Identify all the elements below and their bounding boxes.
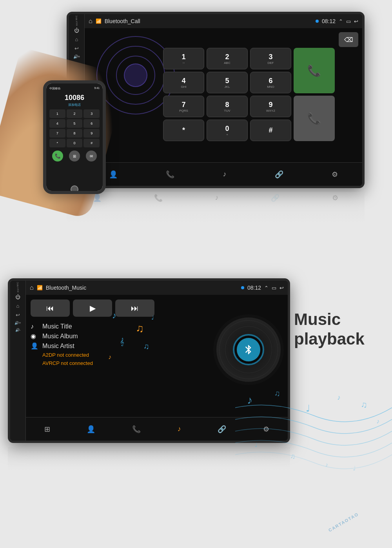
svg-text:♪: ♪ (376, 418, 379, 425)
svg-text:♪: ♪ (337, 394, 341, 401)
phone-grid-button[interactable]: ⊞ (69, 151, 80, 161)
phone-key-5[interactable]: 5 (67, 119, 83, 128)
rst-label-b: RST (17, 287, 19, 292)
grid-nav-icon[interactable]: ⊞ (44, 425, 50, 434)
phone-status-bar: 中国移动 9:41 (48, 87, 101, 91)
svg-text:♪: ♪ (325, 461, 328, 468)
numpad-0[interactable]: 0+ (207, 120, 248, 141)
phone-key-2[interactable]: 2 (67, 109, 83, 118)
power-icon-b[interactable]: ⏻ (15, 294, 20, 300)
music-playback-text: Music playback (294, 310, 365, 348)
phone-key-4[interactable]: 4 (49, 119, 65, 128)
hand-area: 中国移动 9:41 10086 添加电话 1 2 3 4 5 6 7 8 9 *… (0, 20, 125, 239)
back-nav-icon-b[interactable]: ↩ (279, 285, 284, 291)
phone-keypad: 1 2 3 4 5 6 7 8 9 * 0 # (48, 109, 101, 147)
numpad-8[interactable]: 8TUV (207, 96, 248, 117)
call-answer-button[interactable]: 📞 (294, 48, 335, 93)
status-signal-icon-b: 📶 (37, 285, 43, 290)
phone-key-6[interactable]: 6 (83, 119, 100, 128)
phone-call-button[interactable]: 📞 (52, 151, 63, 161)
vol-down-icon-b[interactable]: 🔊- (15, 328, 21, 332)
music-icon[interactable]: ♪ (223, 170, 226, 178)
window-icon[interactable]: ▭ (346, 18, 351, 24)
svg-text:♫: ♫ (274, 389, 280, 397)
phone-carrier: 中国移动 (49, 87, 60, 91)
phone-key-9[interactable]: 9 (83, 129, 100, 138)
bluetooth-dot-b (241, 286, 244, 289)
status-icons-bottom: ⌃ ▭ ↩ (264, 285, 284, 291)
delete-button[interactable]: ⌫ (339, 32, 358, 47)
svg-text:♫: ♫ (361, 400, 367, 410)
music-nav-icon[interactable]: ♪ (178, 425, 181, 433)
numpad-1[interactable]: 1◦◦ (163, 48, 204, 69)
numpad-5[interactable]: 5JKL (207, 72, 248, 93)
link-icon[interactable]: 🔗 (275, 170, 283, 179)
phone-key-8[interactable]: 8 (67, 129, 83, 138)
track-artist-label: Music Artist (42, 343, 74, 350)
status-bar-bottom: ⌂ 📶 Bluetooth_Music 08:12 ⌃ ▭ ↩ (26, 281, 288, 295)
music-note-icon: ♪ (31, 323, 38, 330)
contacts-nav-icon[interactable]: 👤 (87, 425, 95, 434)
phone-key-0[interactable]: 0 (67, 139, 83, 147)
numpad-4[interactable]: 4GHI (163, 72, 204, 93)
numpad-6[interactable]: 6MNO (250, 72, 291, 93)
phone-screen: 中国移动 9:41 10086 添加电话 1 2 3 4 5 6 7 8 9 *… (46, 83, 103, 191)
top-section: 中国移动 9:41 10086 添加电话 1 2 3 4 5 6 7 8 9 *… (0, 0, 392, 259)
prev-button[interactable]: ⏮ (31, 299, 70, 317)
reflection-settings: ⚙ (332, 194, 338, 202)
reflection-dialpad: 📞 (154, 194, 163, 202)
phone-key-hash[interactable]: # (83, 139, 100, 147)
phone-home-button[interactable] (71, 185, 78, 193)
phone-nav-icon[interactable]: 📞 (132, 425, 141, 434)
call-end-button[interactable]: 📞 (294, 96, 335, 141)
status-time-top: 08:12 (322, 18, 336, 24)
artist-icon: 👤 (31, 342, 38, 350)
numpad-3[interactable]: 3DEF (250, 48, 291, 69)
settings-icon[interactable]: ⚙ (332, 170, 338, 179)
window-icon-b[interactable]: ▭ (272, 285, 276, 291)
phone-actions: 📞 ⊞ ✉ (48, 151, 101, 161)
bottom-reflection (8, 447, 290, 470)
screen-music-notes: ♪ ♫ 𝄞 ♩ ♪ ♫ (104, 307, 213, 417)
bluetooth-call-title: Bluetooth_Call (105, 18, 312, 24)
play-icon: ▶ (90, 303, 96, 313)
svg-text:♪: ♪ (247, 394, 252, 406)
vol-up-icon-b[interactable]: 🔊+ (15, 321, 21, 325)
chevron-up-icon[interactable]: ⌃ (339, 18, 343, 24)
numpad-9[interactable]: 9WXYZ (250, 96, 291, 117)
numpad-7[interactable]: 7PQRS (163, 96, 204, 117)
phone-voicemail-button[interactable]: ✉ (86, 151, 97, 161)
back-icon-b[interactable]: ↩ (16, 312, 20, 318)
numpad-hash[interactable]: # (250, 120, 291, 141)
home-side-icon-b[interactable]: ⌂ (16, 303, 20, 309)
numpad-star[interactable]: * (163, 120, 204, 141)
status-time-bottom: 08:12 (247, 285, 261, 291)
bottom-section: MIC RST ⏻ ⌂ ↩ 🔊+ 🔊- ⌂ 📶 Bluetooth_Music … (0, 259, 392, 548)
phone-time: 9:41 (94, 87, 100, 91)
phone-mockup: 中国移动 9:41 10086 添加电话 1 2 3 4 5 6 7 8 9 *… (43, 80, 106, 194)
phone-key-star[interactable]: * (49, 139, 65, 147)
reflection-link: 🔗 (271, 194, 279, 202)
bottom-bar-top: 👤 📞 ♪ 🔗 ⚙ (85, 162, 362, 186)
chevron-up-icon-b[interactable]: ⌃ (264, 285, 269, 291)
phone-key-3[interactable]: 3 (83, 109, 100, 118)
numpad-2[interactable]: 2ABC (207, 48, 248, 69)
svg-text:♩: ♩ (306, 403, 310, 414)
back-nav-icon[interactable]: ↩ (354, 18, 358, 24)
phone-key-7[interactable]: 7 (49, 129, 65, 138)
phone-subtitle: 添加电话 (68, 103, 81, 107)
phone-number: 10086 (65, 94, 84, 102)
svg-text:♫: ♫ (290, 452, 296, 460)
bluetooth-dot (316, 20, 319, 23)
phone-key-1[interactable]: 1 (49, 109, 65, 118)
status-home-icon-b[interactable]: ⌂ (30, 284, 34, 291)
mic-label-b: MIC (17, 282, 19, 287)
numpad: 1◦◦ 2ABC 3DEF 📞 4GHI 5JKL 6MNO (163, 48, 335, 141)
screen-note-4: ♩ (151, 314, 154, 321)
reflection-music: ♪ (215, 194, 218, 202)
album-icon: ◉ (31, 332, 38, 340)
bluetooth-music-title: Bluetooth_Music (46, 285, 238, 291)
link-nav-icon[interactable]: 🔗 (218, 425, 226, 434)
status-bar-top: ⌂ 📶 Bluetooth_Call 08:12 ⌃ ▭ ↩ (85, 14, 362, 28)
dialpad-icon[interactable]: 📞 (166, 170, 174, 179)
